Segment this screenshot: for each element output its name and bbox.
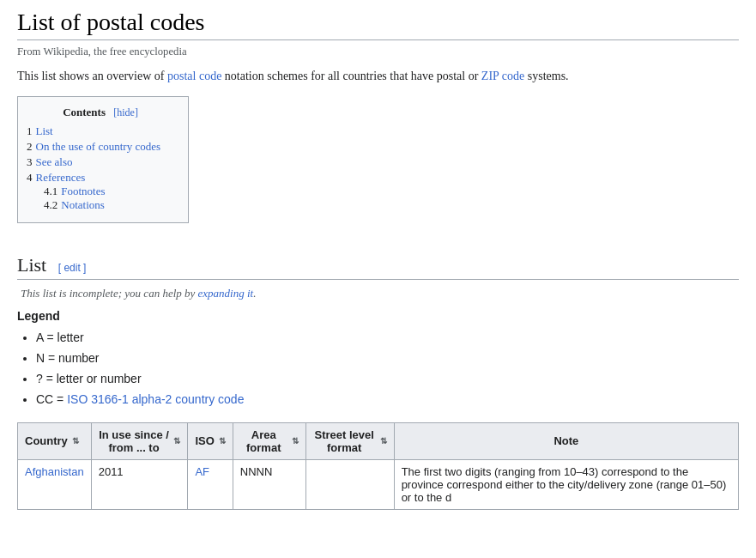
toc-item-2: 2On the use of country codes: [27, 140, 174, 154]
toc-link-1[interactable]: List: [36, 124, 53, 137]
legend-list: A = letter N = number ? = letter or numb…: [17, 328, 739, 409]
sort-icon-country[interactable]: ⇅: [72, 436, 79, 446]
th-country: Country ⇅: [18, 422, 92, 459]
toc-item-3: 3See also: [27, 155, 174, 169]
toc-sublist: 4.1Footnotes 4.2Notations: [27, 185, 174, 212]
sort-icon-since[interactable]: ⇅: [173, 436, 180, 446]
th-iso: ISO ⇅: [188, 422, 233, 459]
legend-item-n: N = number: [36, 349, 739, 369]
legend-item-a: A = letter: [36, 328, 739, 349]
postal-code-link[interactable]: postal code: [167, 70, 221, 82]
toc-link-3[interactable]: See also: [36, 155, 73, 168]
th-street-format: Street level format ⇅: [305, 422, 394, 459]
cell-area-format: NNNN: [233, 459, 305, 509]
toc-list: 1List 2On the use of country codes 3See …: [27, 124, 174, 212]
list-section-heading: List [ edit ]: [17, 254, 739, 280]
table-header-row: Country ⇅ In use since / from ... to ⇅ I…: [18, 422, 739, 459]
th-area-format: Area format ⇅: [233, 422, 305, 459]
incomplete-notice: This list is incomplete; you can help by…: [17, 287, 739, 300]
th-note: Note: [394, 422, 738, 459]
intro-paragraph: This list shows an overview of postal co…: [17, 67, 739, 86]
toc-item-1: 1List: [27, 124, 174, 138]
toc-item-4-2: 4.2Notations: [44, 198, 174, 212]
list-edit-link[interactable]: [ edit ]: [58, 262, 87, 274]
iso-code-link[interactable]: AF: [195, 465, 209, 478]
toc-link-2[interactable]: On the use of country codes: [36, 140, 161, 153]
intro-text-middle: notation schemes for all countries that …: [221, 70, 481, 82]
legend-item-q: ? = letter or number: [36, 369, 739, 390]
cell-street-format: [305, 459, 394, 509]
cell-note: The first two digits (ranging from 10–43…: [394, 459, 738, 509]
th-in-use-since: In use since / from ... to ⇅: [91, 422, 188, 459]
toc-link-4-1[interactable]: Footnotes: [61, 185, 105, 197]
zip-code-link[interactable]: ZIP code: [481, 70, 524, 82]
country-link[interactable]: Afghanistan: [25, 465, 84, 478]
toc-link-4-2[interactable]: Notations: [61, 198, 105, 211]
toc-link-4[interactable]: References: [36, 171, 86, 184]
intro-text-before: This list shows an overview of: [17, 70, 167, 82]
expanding-link[interactable]: expanding it: [198, 287, 254, 300]
page-title: List of postal codes: [17, 9, 739, 40]
page-source: From Wikipedia, the free encyclopedia: [17, 45, 739, 58]
sort-icon-street[interactable]: ⇅: [380, 436, 387, 446]
cell-since: 2011: [91, 459, 188, 509]
toc-hide-link[interactable]: [hide]: [113, 106, 138, 118]
sort-icon-area[interactable]: ⇅: [292, 436, 299, 446]
intro-text-after: systems.: [524, 70, 568, 82]
table-row: Afghanistan 2011 AF NNNN The first two d…: [18, 459, 739, 509]
cell-country: Afghanistan: [18, 459, 92, 509]
sort-icon-iso[interactable]: ⇅: [219, 436, 226, 446]
toc-item-4-1: 4.1Footnotes: [44, 185, 174, 198]
cell-iso: AF: [188, 459, 233, 509]
toc-title: Contents [hide]: [27, 106, 174, 119]
legend-title: Legend: [17, 309, 739, 323]
toc-item-4: 4References 4.1Footnotes 4.2Notations: [27, 171, 174, 212]
iso-link[interactable]: ISO 3166-1 alpha-2 country code: [67, 392, 244, 406]
table-of-contents: Contents [hide] 1List 2On the use of cou…: [17, 96, 189, 223]
postal-codes-table: Country ⇅ In use since / from ... to ⇅ I…: [17, 422, 739, 510]
legend-item-cc: CC = ISO 3166-1 alpha-2 country code: [36, 390, 739, 410]
